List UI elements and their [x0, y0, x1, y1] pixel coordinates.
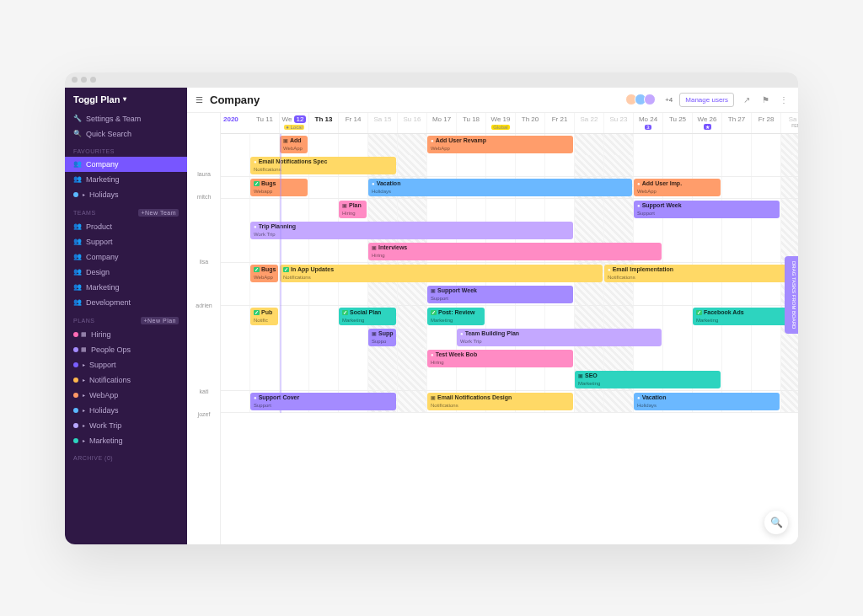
day-15[interactable]: We 26★: [693, 113, 722, 133]
person-name: jozef: [187, 411, 221, 417]
day-2[interactable]: Th 13: [309, 113, 339, 133]
more-icon[interactable]: ⋮: [778, 94, 790, 105]
day-7[interactable]: Tu 18: [457, 113, 486, 133]
task-in-app-updates[interactable]: ✓In App UpdatesNotifications: [280, 265, 603, 282]
flag-icon[interactable]: ⚑: [759, 94, 771, 105]
task-bugs[interactable]: ✓BugsWebApp: [250, 265, 278, 282]
task-email-notifications-design[interactable]: ▣Email Notifications DesignNotifications: [427, 393, 573, 410]
task-team-building-plan[interactable]: ●Team Building PlanWork Trip: [457, 329, 662, 346]
day-4[interactable]: Sa 15: [368, 113, 398, 133]
sidebar-item-support[interactable]: ▸Support: [65, 357, 187, 372]
min-dot[interactable]: [81, 77, 87, 83]
day-17[interactable]: Fr 28: [752, 113, 781, 133]
search-icon: 🔍: [73, 130, 82, 138]
teams-add-button[interactable]: +New Team: [138, 209, 179, 217]
person-name: adrien: [187, 303, 221, 308]
task-supp[interactable]: ▣SuppSuppo: [368, 329, 396, 346]
task-support-week[interactable]: ●Support WeekSupport: [634, 201, 780, 218]
sidebar-item-design[interactable]: 👥Design: [65, 265, 187, 280]
share-icon[interactable]: ↗: [741, 94, 753, 105]
person-row-kati: ✓PubNotific✓Social PlanMarketing✓Post: R…: [221, 306, 798, 391]
sidebar-item-marketing[interactable]: ▸Marketing: [65, 433, 187, 448]
user-avatars[interactable]: [628, 94, 656, 105]
name-column: lauramitchlisaadrienkatijozef: [187, 113, 221, 544]
today-line: [280, 134, 281, 413]
task-add-user-imp-[interactable]: ●Add User Imp.WebApp: [634, 179, 721, 196]
sidebar-section-teams: TEAMS+New Team: [65, 202, 187, 219]
titlebar: [65, 72, 798, 88]
person-name: laura: [187, 171, 221, 177]
task-post-review[interactable]: ✓Post: ReviewMarketing: [427, 308, 485, 325]
sidebar-item-holidays[interactable]: ▸Holidays: [65, 187, 187, 202]
manage-users-button[interactable]: Manage users: [679, 93, 734, 107]
person-row-adrien: ✓BugsWebApp✓In App UpdatesNotifications●…: [221, 263, 798, 306]
day-8[interactable]: We 19Global: [486, 113, 516, 133]
sidebar-section-plans: PLANS+New Plan: [65, 310, 187, 327]
timeline-grid[interactable]: 2020Tu 11We 12● LocalTh 13Fr 14Sa 15Su 1…: [221, 113, 798, 544]
day-18[interactable]: Sa 1FEB: [781, 113, 798, 133]
sidebar-item-support[interactable]: 👥Support: [65, 234, 187, 249]
search-link[interactable]: 🔍Quick Search: [65, 126, 187, 142]
sidebar-item-people-ops[interactable]: ▦People Ops: [65, 342, 187, 357]
sidebar-item-company[interactable]: 👥Company: [65, 157, 187, 172]
day-10[interactable]: Fr 21: [545, 113, 575, 133]
sidebar-item-product[interactable]: 👥Product: [65, 219, 187, 234]
sidebar-item-company[interactable]: 👥Company: [65, 249, 187, 265]
task-plan[interactable]: ▣PlanHiring: [339, 201, 367, 218]
task-test-week-bob[interactable]: ●Test Week BobHiring: [427, 350, 573, 367]
timeline: lauramitchlisaadrienkatijozef 2020Tu 11W…: [187, 113, 798, 544]
task-trip-planning[interactable]: ●Trip PlanningWork Trip: [250, 222, 573, 239]
app-window: Toggl Plan 🔧Settings & Team 🔍Quick Searc…: [65, 72, 798, 544]
day-6[interactable]: Mo 17: [427, 113, 457, 133]
task-email-implementation[interactable]: ●Email ImplementationNotifications: [604, 265, 798, 282]
day-9[interactable]: Th 20: [516, 113, 545, 133]
day-0[interactable]: Tu 11: [250, 113, 280, 133]
task-vacation[interactable]: ●VacationHolidays: [368, 179, 632, 196]
sidebar-item-development[interactable]: 👥Development: [65, 295, 187, 310]
sidebar-section-archive: ARCHIVE (0): [65, 448, 187, 463]
day-13[interactable]: Mo 243: [634, 113, 663, 133]
sidebar-item-marketing[interactable]: 👥Marketing: [65, 172, 187, 187]
brand-menu[interactable]: Toggl Plan: [65, 88, 187, 111]
person-name: mitch: [187, 194, 221, 200]
sidebar-item-work-trip[interactable]: ▸Work Trip: [65, 418, 187, 433]
day-header: 2020Tu 11We 12● LocalTh 13Fr 14Sa 15Su 1…: [221, 113, 798, 134]
day-14[interactable]: Tu 25: [663, 113, 693, 133]
day-5[interactable]: Su 16: [398, 113, 427, 133]
sidebar-item-hiring[interactable]: ▦Hiring: [65, 327, 187, 342]
sidebar-item-notifications[interactable]: ▸Notifications: [65, 372, 187, 388]
person-row-mitch: ✓BugsWebapp●VacationHolidays●Add User Im…: [221, 177, 798, 199]
drag-from-board-tab[interactable]: DRAG TASKS FROM BOARD: [785, 256, 798, 334]
page-title: Company: [210, 94, 260, 106]
day-1[interactable]: We 12● Local: [280, 113, 309, 133]
toolbar: ☰ Company +4 Manage users ↗ ⚑ ⋮: [187, 88, 798, 113]
sidebar: Toggl Plan 🔧Settings & Team 🔍Quick Searc…: [65, 88, 187, 544]
task-support-cover[interactable]: ●Support CoverSupport: [250, 393, 396, 410]
close-dot[interactable]: [72, 77, 78, 83]
day-12[interactable]: Su 23: [604, 113, 634, 133]
task-vacation[interactable]: ●VacationHolidays: [634, 393, 780, 410]
day-16[interactable]: Th 27: [722, 113, 752, 133]
task-seo[interactable]: ▣SEOMarketing: [575, 371, 721, 388]
task-social-plan[interactable]: ✓Social PlanMarketing: [339, 308, 396, 325]
day-11[interactable]: Sa 22: [575, 113, 604, 133]
more-users[interactable]: +4: [665, 96, 673, 104]
task-email-notifications-spec[interactable]: ●Email Notifications SpecNotifications: [250, 157, 396, 174]
sidebar-item-webapp[interactable]: ▸WebApp: [65, 388, 187, 403]
filter-icon[interactable]: ☰: [196, 95, 203, 104]
search-fab[interactable]: 🔍: [764, 511, 788, 534]
task-bugs[interactable]: ✓BugsWebapp: [250, 179, 308, 196]
task-add-user-revamp[interactable]: ●Add User RevampWebApp: [427, 136, 573, 153]
sidebar-item-holidays[interactable]: ▸Holidays: [65, 403, 187, 418]
task-add[interactable]: ▣AddWebApp: [280, 136, 308, 153]
sidebar-item-marketing[interactable]: 👥Marketing: [65, 280, 187, 295]
person-row-laura: ▣AddWebApp●Add User RevampWebApp●Email N…: [221, 134, 798, 177]
max-dot[interactable]: [90, 77, 96, 83]
task-pub[interactable]: ✓PubNotific: [250, 308, 278, 325]
plans-add-button[interactable]: +New Plan: [141, 317, 179, 324]
task-support-week[interactable]: ▣Support WeekSupport: [427, 286, 573, 303]
settings-link[interactable]: 🔧Settings & Team: [65, 111, 187, 126]
task-facebook-ads[interactable]: ✓Facebook AdsMarketing: [693, 308, 798, 325]
day-3[interactable]: Fr 14: [339, 113, 368, 133]
task-interviews[interactable]: ▣InterviewsHiring: [368, 243, 662, 260]
